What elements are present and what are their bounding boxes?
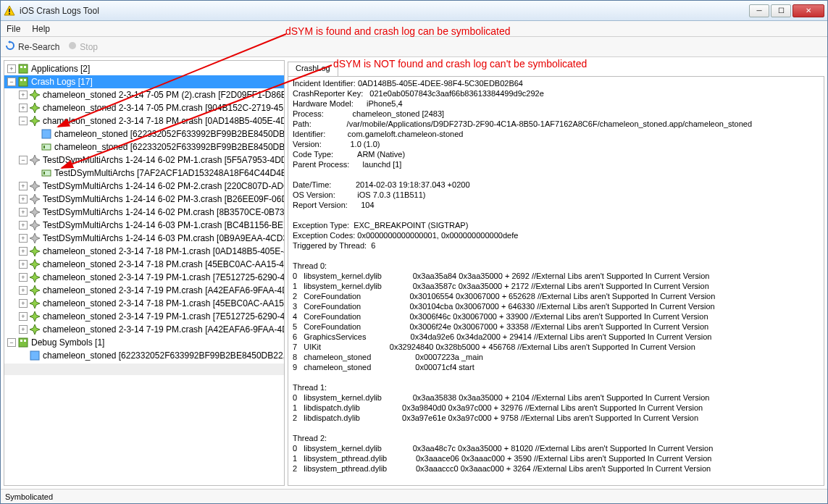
svg-rect-15 [43,172,45,175]
module-icon [41,128,52,140]
tree-expander[interactable]: + [19,312,28,321]
tree-expander[interactable]: + [19,221,28,230]
module2-icon [41,141,52,153]
tree-crash-item[interactable]: +TestDSymMultiArchs 1-24-14 6-03 PM.cras… [4,232,284,245]
stop-label: Stop [80,42,98,52]
tree-crash-item[interactable]: +chameleon_stoned 2-3-14 7-05 PM.crash [… [4,101,284,114]
close-button[interactable]: ✕ [793,4,824,17]
menu-help[interactable]: Help [32,24,50,34]
tree-item-label: chameleon_stoned 2-3-14 7-18 PM.crash [0… [43,116,285,126]
tree-horizontal-scrollbar[interactable] [4,364,284,375]
tree-expander[interactable]: + [19,208,28,217]
research-label: Re-Search [18,42,59,52]
crash-grey-icon [29,219,41,231]
tree-crash-item[interactable]: TestDSymMultiArchs [7AF2ACF1AD153248A18F… [4,167,284,180]
tree-pane[interactable]: +Applications [2]−Crash Logs [17]+chamel… [4,60,285,486]
tree-item-label: chameleon_stoned 2-3-14 7-05 PM.crash [9… [43,103,285,113]
tree-expander[interactable]: − [7,77,16,86]
crash-green-icon [29,311,41,322]
tree-item-label: Applications [2] [31,64,90,74]
tree-crash-item[interactable]: chameleon_stoned [622332052F633992BF99B2… [4,140,284,154]
tree-item-label: TestDSymMultiArchs 1-24-14 6-02 PM-1.cra… [43,155,285,165]
svg-rect-16 [19,338,28,347]
svg-rect-7 [24,66,26,68]
app-icon [17,76,29,88]
app-window: iOS Crash Logs Tool ─ ☐ ✕ File Help Re-S… [0,0,828,504]
research-button[interactable]: Re-Search [5,41,59,53]
maximize-button[interactable]: ☐ [771,4,791,17]
tree-crash-item[interactable]: −chameleon_stoned 2-3-14 7-18 PM.crash [… [4,114,284,127]
svg-rect-2 [9,9,10,12]
tree-expander[interactable]: + [19,286,28,295]
tree-item-label: chameleon_stoned 2-3-14 7-05 PM (2).cras… [43,90,285,100]
stop-icon [68,41,77,52]
crash-green-icon [29,102,41,114]
window-title: iOS Crash Logs Tool [20,6,749,16]
svg-rect-18 [24,340,26,342]
refresh-icon [5,41,15,53]
crash-green-icon [29,259,41,270]
app-icon [17,63,29,75]
tree-expander[interactable]: + [19,104,28,112]
tree-debug-symbols[interactable]: −Debug Symbols [1] [4,336,284,349]
crashlog-content[interactable]: Incident Identifier: 0AD148B5-405E-4DEE-… [288,76,824,486]
minimize-button[interactable]: ─ [749,4,769,17]
tab-crashlog[interactable]: CrashLog [288,62,338,76]
tree-crash-item[interactable]: +chameleon_stoned 2-3-14 7-18 PM-1.crash… [4,245,284,258]
tree-crash-item[interactable]: +chameleon_stoned 2-3-14 7-05 PM (2).cra… [4,88,284,101]
tree-expander[interactable]: + [19,195,28,203]
tree-expander[interactable]: + [19,234,28,243]
tree-crash-item[interactable]: −TestDSymMultiArchs 1-24-14 6-02 PM-1.cr… [4,154,284,167]
tree-crash-item[interactable]: +chameleon_stoned 2-3-14 7-19 PM-1.crash… [4,271,284,284]
crash-green-icon [29,115,41,127]
tree-expander[interactable]: + [19,325,28,334]
tree-crash-item[interactable]: +chameleon_stoned 2-3-14 7-19 PM.crash [… [4,284,284,297]
crash-green-icon [29,89,41,101]
tree-item-label: Crash Logs [17] [31,77,93,87]
tree-expander[interactable]: + [7,64,16,73]
tree-crash-item[interactable]: +TestDSymMultiArchs 1-24-14 6-02 PM.cras… [4,206,284,219]
tree-crash-item[interactable]: chameleon_stoned [622332052F633992BF99B2… [4,127,284,140]
svg-rect-10 [24,79,26,81]
tree-expander[interactable]: + [19,91,28,99]
stop-button[interactable]: Stop [68,41,98,52]
crash-green-icon [29,324,41,335]
tree-crash-item[interactable]: +TestDSymMultiArchs 1-24-14 6-02 PM-2.cr… [4,180,284,193]
tree-expander[interactable]: + [19,299,28,308]
tree-item-label: chameleon_stoned [622332052F633992BF99B2… [54,142,285,152]
module2-icon [41,167,52,179]
app-icon [4,5,15,17]
tree-crash-item[interactable]: +TestDSymMultiArchs 1-24-14 6-03 PM-1.cr… [4,219,284,232]
svg-rect-6 [20,66,22,68]
tree-expander[interactable]: + [19,247,28,256]
svg-rect-9 [20,79,22,81]
tree-crash-item[interactable]: +chameleon_stoned 2-3-14 7-18 PM-1.crash… [4,297,284,310]
tree-expander[interactable]: + [19,273,28,282]
titlebar: iOS Crash Logs Tool ─ ☐ ✕ [1,1,827,21]
tree-debug-item[interactable]: chameleon_stoned [622332052F633992BF99B2… [4,349,284,362]
tree-item-label: TestDSymMultiArchs 1-24-14 6-03 PM-1.cra… [43,220,285,230]
tree-applications[interactable]: +Applications [2] [4,62,284,75]
tree-expander[interactable]: + [19,182,28,190]
tree-crash-item[interactable]: +chameleon_stoned 2-3-14 7-18 PM.crash [… [4,258,284,271]
tree-item-label: TestDSymMultiArchs 1-24-14 6-02 PM-3.cra… [43,194,285,204]
tree-item-label: chameleon_stoned 2-3-14 7-18 PM.crash [4… [43,259,285,269]
menu-file[interactable]: File [7,24,20,34]
svg-rect-3 [9,13,10,14]
tree-item-label: TestDSymMultiArchs 1-24-14 6-02 PM.crash… [43,207,285,217]
tree-item-label: TestDSymMultiArchs [7AF2ACF1AD153248A18F… [54,168,285,178]
tree-expander[interactable]: − [7,338,16,347]
svg-rect-11 [42,130,51,138]
tree-crash-item[interactable]: +chameleon_stoned 2-3-14 7-19 PM.crash [… [4,323,284,336]
tree-crash-item[interactable]: +TestDSymMultiArchs 1-24-14 6-02 PM-3.cr… [4,193,284,206]
crash-grey-icon [29,232,41,244]
tree-expander[interactable]: − [19,156,28,164]
tree-expander[interactable]: + [19,260,28,269]
tree-crashlogs[interactable]: −Crash Logs [17] [4,75,284,88]
tree-item-label: chameleon_stoned [622332052F633992BF99B2… [54,129,285,139]
toolbar: Re-Search Stop [1,37,827,57]
right-pane: CrashLog Incident Identifier: 0AD148B5-4… [288,60,824,486]
tree-expander[interactable]: − [19,117,28,125]
tree-crash-item[interactable]: +chameleon_stoned 2-3-14 7-19 PM-1.crash… [4,310,284,323]
tree-item-label: chameleon_stoned 2-3-14 7-19 PM.crash [A… [43,324,285,335]
